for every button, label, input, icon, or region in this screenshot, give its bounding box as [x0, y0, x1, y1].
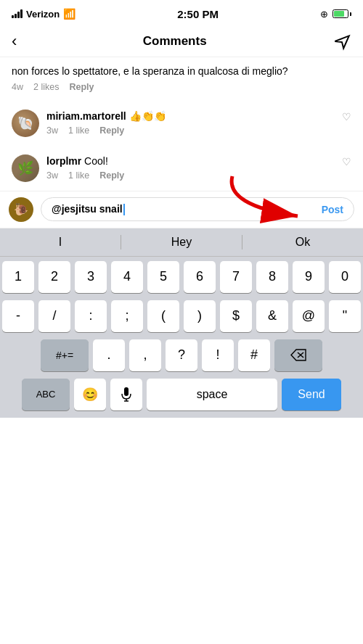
like-button[interactable]: ♡ [342, 156, 351, 168]
post-button[interactable]: Post [322, 204, 343, 215]
comment-meta: 3w 1 like Reply [46, 125, 351, 136]
key-rparen[interactable]: ) [184, 300, 216, 332]
key-7[interactable]: 7 [220, 261, 252, 293]
truncated-likes: 2 likes [33, 82, 59, 92]
keyboard-row-bottom: ABC 😊 space Send [2, 379, 361, 410]
key-comma[interactable]: , [129, 339, 161, 371]
status-time: 2:50 PM [177, 8, 219, 20]
key-colon[interactable]: : [75, 300, 107, 332]
key-5[interactable]: 5 [147, 261, 179, 293]
key-amp[interactable]: & [256, 300, 288, 332]
suggestion-item-hey[interactable]: Hey [121, 234, 242, 250]
battery-icon [333, 9, 351, 18]
reply-button[interactable]: Reply [99, 125, 124, 136]
key-dash[interactable]: - [2, 300, 34, 332]
key-lparen[interactable]: ( [147, 300, 179, 332]
truncated-comment-meta: 4w 2 likes Reply [0, 79, 363, 101]
carrier-name: Verizon [26, 9, 60, 20]
comment-item: 🐚 miriam.martorell 👍👏👏 3w 1 like Reply ♡ [0, 101, 363, 146]
key-3[interactable]: 3 [75, 261, 107, 293]
key-question[interactable]: ? [166, 339, 197, 371]
suggestion-item-i[interactable]: I [0, 234, 121, 250]
key-abc[interactable]: ABC [22, 379, 70, 410]
key-dollar[interactable]: $ [220, 300, 252, 332]
keyboard: 1 2 3 4 5 6 7 8 9 0 - / : ; ( ) $ & @ " … [0, 257, 363, 418]
comment-time: 3w [46, 125, 58, 136]
avatar: 🐚 [12, 110, 39, 137]
delete-key[interactable] [274, 339, 322, 371]
comments-area: non forces lo spettatore, e la speranza … [0, 57, 363, 228]
key-period[interactable]: . [93, 339, 125, 371]
delete-icon [290, 349, 306, 361]
truncated-comment-text: non forces lo spettatore, e la speranza … [0, 57, 363, 79]
status-bar: Verizon 📶 2:50 PM ⊕ [0, 0, 363, 26]
status-left: Verizon 📶 [12, 8, 76, 20]
keyboard-row-symbols: - / : ; ( ) $ & @ " [2, 300, 361, 332]
comment-input-text[interactable]: @jesjitsu snail [52, 203, 322, 215]
key-hash[interactable]: # [238, 339, 270, 371]
comment-likes: 1 like [68, 125, 89, 136]
signal-icon [12, 9, 23, 18]
comment-meta: 3w 1 like Reply [46, 170, 351, 181]
comment-item: 🌿 lorplmr Cool! 3w 1 like Reply ♡ [0, 146, 363, 191]
key-semicolon[interactable]: ; [111, 300, 143, 332]
comment-username: lorplmr [46, 155, 81, 167]
direct-send-icon[interactable] [333, 32, 351, 51]
comment-text: Cool! [81, 155, 108, 167]
key-mic[interactable] [110, 379, 142, 410]
user-avatar: 🐌 [9, 197, 33, 222]
screen-cast-icon: ⊕ [320, 9, 328, 20]
truncated-reply-button[interactable]: Reply [69, 82, 94, 92]
comment-content: miriam.martorell 👍👏👏 3w 1 like Reply [46, 110, 351, 136]
key-send[interactable]: Send [282, 379, 341, 410]
suggestion-item-ok[interactable]: Ok [242, 234, 363, 250]
key-at[interactable]: @ [293, 300, 325, 332]
reply-button[interactable]: Reply [99, 170, 124, 181]
key-8[interactable]: 8 [256, 261, 288, 293]
comment-likes: 1 like [68, 170, 89, 181]
svg-rect-3 [124, 387, 129, 396]
page-title: Comments [143, 34, 207, 49]
key-6[interactable]: 6 [184, 261, 216, 293]
microphone-icon [121, 387, 131, 402]
key-space[interactable]: space [147, 379, 277, 410]
keyboard-row-3: #+= . , ? ! # [2, 339, 361, 371]
key-2[interactable]: 2 [38, 261, 70, 293]
status-right: ⊕ [320, 9, 351, 20]
key-9[interactable]: 9 [293, 261, 325, 293]
nav-bar: ‹ Comments [0, 26, 363, 57]
suggestion-bar: I Hey Ok [0, 228, 363, 257]
key-emoji[interactable]: 😊 [74, 379, 106, 410]
keyboard-row-numbers: 1 2 3 4 5 6 7 8 9 0 [2, 261, 361, 293]
key-1[interactable]: 1 [2, 261, 34, 293]
comment-time: 3w [46, 170, 58, 181]
comment-text: 👍👏👏 [126, 110, 166, 122]
key-hashplus[interactable]: #+= [41, 339, 89, 371]
truncated-time: 4w [12, 82, 23, 92]
comment-input-row: 🐌 @jesjitsu snail Post [0, 191, 363, 228]
comment-input-wrapper[interactable]: @jesjitsu snail Post [41, 197, 354, 221]
key-exclaim[interactable]: ! [202, 339, 234, 371]
like-button[interactable]: ♡ [342, 111, 351, 123]
comment-username: miriam.martorell [46, 110, 126, 122]
key-quote[interactable]: " [329, 300, 361, 332]
wifi-icon: 📶 [63, 8, 76, 20]
comment-content: lorplmr Cool! 3w 1 like Reply [46, 154, 351, 181]
back-button[interactable]: ‹ [12, 32, 17, 51]
text-cursor [123, 204, 125, 215]
key-slash[interactable]: / [38, 300, 70, 332]
avatar: 🌿 [12, 154, 39, 182]
key-0[interactable]: 0 [329, 261, 361, 293]
key-4[interactable]: 4 [111, 261, 143, 293]
